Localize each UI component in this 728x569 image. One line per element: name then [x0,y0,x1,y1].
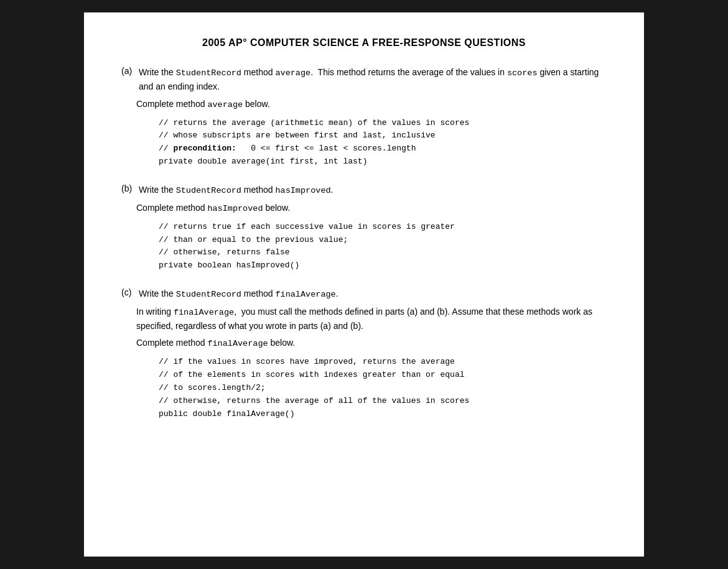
part-b-complete: Complete method hasImproved below. [136,203,607,213]
part-a-intro: Write the StudentRecord method average. … [139,66,607,94]
part-b-content: Write the StudentRecord method hasImprov… [139,183,607,198]
part-c-label: (c) [121,287,139,297]
part-c-code: // if the values in scores have improved… [159,356,607,420]
part-b-intro: Write the StudentRecord method hasImprov… [139,183,607,198]
section-c: (c) Write the StudentRecord method final… [121,287,607,421]
page-container: 2005 AP° COMPUTER SCIENCE A FREE-RESPONS… [84,12,644,557]
part-b-label: (b) [121,183,139,193]
part-a-code: // returns the average (arithmetic mean)… [159,117,607,169]
part-c-complete: Complete method finalAverage below. [136,338,607,348]
part-c-in-writing: In writing finalAverage, you must call t… [136,305,607,333]
part-b-row: (b) Write the StudentRecord method hasIm… [121,183,607,198]
section-b: (b) Write the StudentRecord method hasIm… [121,183,607,272]
part-a-row: (a) Write the StudentRecord method avera… [121,66,607,94]
part-a-label: (a) [121,66,139,76]
page-title: 2005 AP° COMPUTER SCIENCE A FREE-RESPONS… [121,37,607,49]
part-c-content: Write the StudentRecord method finalAver… [139,287,607,302]
part-c-intro: Write the StudentRecord method finalAver… [139,287,607,302]
part-a-content: Write the StudentRecord method average. … [139,66,607,94]
part-b-code: // returns true if each successive value… [159,221,607,272]
section-a: (a) Write the StudentRecord method avera… [121,66,607,169]
part-c-row: (c) Write the StudentRecord method final… [121,287,607,302]
part-a-complete: Complete method average below. [136,99,607,109]
